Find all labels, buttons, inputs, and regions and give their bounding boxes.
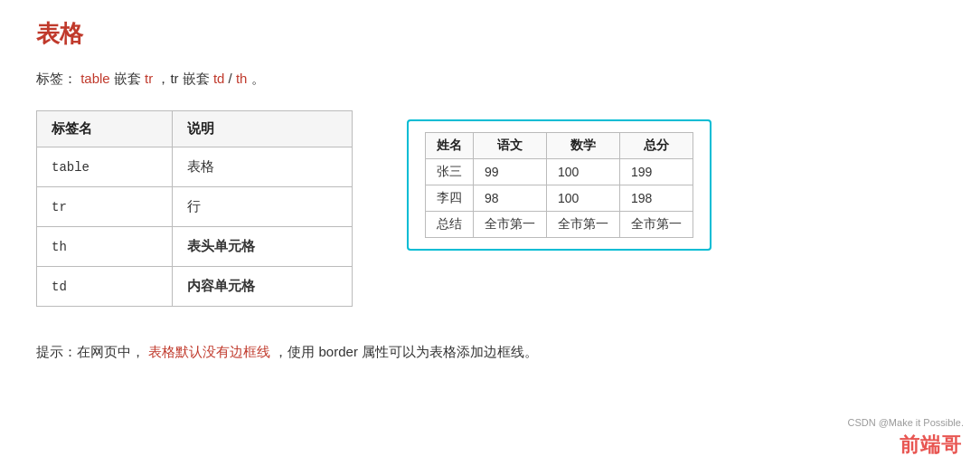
tag-desc-prefix: 标签：: [36, 71, 77, 86]
table-row: 总结 全市第一 全市第一 全市第一: [426, 212, 693, 238]
cell-math-2: 100: [547, 185, 620, 212]
col-header-desc: 说明: [173, 111, 353, 147]
table-row: td 内容单元格: [37, 267, 353, 307]
content-area: 标签名 说明 table 表格 tr 行 th 表头单元格 td: [36, 110, 944, 307]
tag-desc-th: th: [236, 71, 248, 86]
demo-col-name: 姓名: [426, 133, 474, 159]
tag-description: 标签： table 嵌套 tr ，tr 嵌套 td / th 。: [36, 66, 944, 90]
demo-table-wrapper: 姓名 语文 数学 总分 张三 99 100 199 李四 98 100 198: [407, 119, 711, 251]
hint-prefix: 提示：在网页中，: [36, 344, 145, 359]
demo-table: 姓名 语文 数学 总分 张三 99 100 199 李四 98 100 198: [425, 132, 693, 238]
hint-red: 表格默认没有边框线: [148, 344, 270, 359]
tag-desc-text2: ，tr 嵌套: [156, 71, 213, 86]
page-title: 表格: [36, 18, 944, 50]
demo-col-total: 总分: [620, 133, 693, 159]
hint-text: 提示：在网页中， 表格默认没有边框线 ，使用 border 属性可以为表格添加边…: [36, 339, 944, 364]
desc-cell-td: 内容单元格: [173, 267, 353, 307]
tag-desc-slash: /: [229, 71, 236, 86]
desc-cell-tr: 行: [173, 187, 353, 227]
cell-total-1: 199: [620, 159, 693, 185]
cell-total-2: 198: [620, 185, 693, 212]
hint-suffix: ，使用 border 属性可以为表格添加边框线。: [274, 344, 538, 359]
cell-math-1: 100: [547, 159, 620, 185]
tag-cell-tr: tr: [37, 187, 173, 227]
cell-math-3: 全市第一: [547, 212, 620, 238]
cell-chinese-2: 98: [474, 185, 547, 212]
cell-total-3: 全市第一: [620, 212, 693, 238]
watermark-brand: 前端哥: [900, 432, 962, 459]
tag-desc-table: table: [80, 71, 110, 86]
desc-cell-th: 表头单元格: [173, 227, 353, 267]
tag-desc-text1: 嵌套: [114, 71, 145, 86]
tag-desc-tr: tr: [145, 71, 153, 86]
tag-cell-td: td: [37, 267, 173, 307]
table-row: table 表格: [37, 147, 353, 187]
csdn-label: CSDN @Make it Possible.: [847, 417, 964, 428]
cell-chinese-1: 99: [474, 159, 547, 185]
demo-col-chinese: 语文: [474, 133, 547, 159]
desc-cell-table: 表格: [173, 147, 353, 187]
table-row: 李四 98 100 198: [426, 185, 693, 212]
table-row: 张三 99 100 199: [426, 159, 693, 185]
tag-reference-table: 标签名 说明 table 表格 tr 行 th 表头单元格 td: [36, 110, 353, 307]
cell-chinese-3: 全市第一: [474, 212, 547, 238]
tag-desc-period: 。: [251, 71, 265, 86]
demo-col-math: 数学: [547, 133, 620, 159]
cell-name-3: 总结: [426, 212, 474, 238]
tag-cell-th: th: [37, 227, 173, 267]
table-row: tr 行: [37, 187, 353, 227]
left-table-wrapper: 标签名 说明 table 表格 tr 行 th 表头单元格 td: [36, 110, 353, 307]
tag-desc-td: td: [213, 71, 225, 86]
cell-name-1: 张三: [426, 159, 474, 185]
cell-name-2: 李四: [426, 185, 474, 212]
demo-header-row: 姓名 语文 数学 总分: [426, 133, 693, 159]
col-header-tagname: 标签名: [37, 111, 173, 147]
table-header-row: 标签名 说明: [37, 111, 353, 147]
table-row: th 表头单元格: [37, 227, 353, 267]
tag-cell-table: table: [37, 147, 173, 187]
